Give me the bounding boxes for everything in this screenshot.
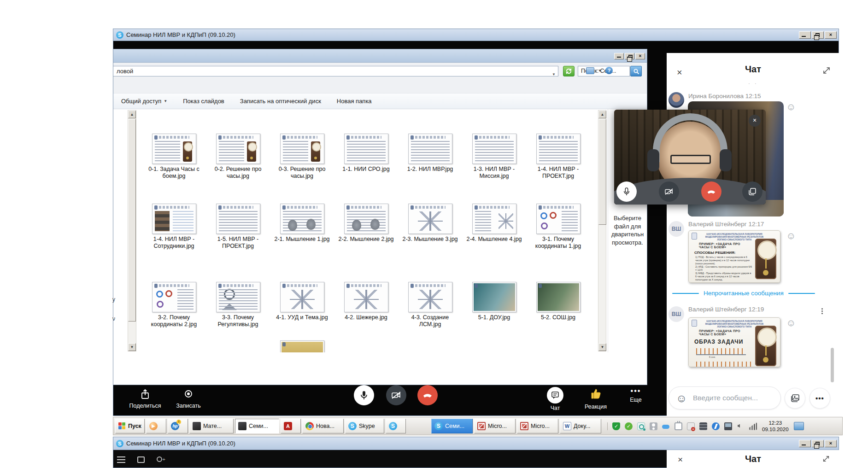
file-thumbnail[interactable] (408, 204, 452, 234)
display-tray-icon[interactable] (724, 422, 732, 430)
start-button[interactable]: Пуск (115, 419, 145, 433)
file-thumbnail[interactable] (280, 134, 324, 164)
file-item[interactable]: 4-3. Создание ЛСМ.jpg (398, 282, 462, 328)
video-mic-button[interactable] (616, 181, 637, 202)
shield-tray-icon[interactable]: ✓ (612, 422, 620, 430)
file-thumbnail[interactable] (280, 340, 324, 352)
file-item[interactable]: 1-5. НИЛ МВР - ПРОЕКТ.jpg (206, 204, 270, 250)
taskbar-button-pdf[interactable]: A (281, 419, 301, 433)
scroll-down-icon[interactable]: ▼ (598, 343, 606, 351)
taskbar-button-Семи[interactable]: SСеми... (431, 419, 473, 433)
command-share[interactable]: Общий доступ▼ (121, 98, 167, 105)
taskbar-button-Micro[interactable]: Micro... (517, 419, 558, 433)
file-item[interactable]: 5-2. СОШ.jpg (526, 282, 590, 328)
files-scrollbar[interactable]: ▲ ▼ (598, 110, 606, 351)
file-item[interactable]: 1-4. НИЛ МВР - Сотрудники.jpg (142, 204, 206, 250)
message-input[interactable]: ☺ Введите сообщен... (669, 386, 781, 410)
file-item[interactable]: 3-1. Почему координаты 1.jpg (526, 204, 590, 250)
file-thumbnail[interactable] (216, 282, 260, 312)
search-button[interactable] (630, 66, 642, 76)
file-item[interactable]: 1-4. НИЛ МВР - ПРОЕКТ.jpg (526, 134, 590, 180)
person-tray-icon[interactable] (650, 422, 657, 430)
file-thumbnail[interactable] (472, 282, 516, 312)
file-item[interactable]: 3-3. Почему Регулятивы.jpg (206, 282, 270, 328)
microphone-button[interactable] (354, 385, 374, 405)
file-item[interactable]: 5-1. ДОУ.jpg (462, 282, 526, 328)
plug-tray-icon[interactable] (674, 422, 682, 430)
add-participant-icon[interactable] (157, 456, 162, 462)
message-menu-icon[interactable] (819, 307, 825, 316)
file-item[interactable]: 1-3. НИЛ МВР - Миссия.jpg (462, 134, 526, 180)
help-icon[interactable]: ? (605, 67, 613, 74)
taskbar-button-skype[interactable]: S (386, 419, 406, 433)
file-item[interactable]: 0-2. Решение про часы.jpg (206, 134, 270, 180)
video-hangup-button[interactable] (701, 181, 721, 202)
share-button[interactable]: Поделиться (129, 389, 161, 409)
minimize-button[interactable] (799, 440, 811, 447)
fullscreen-icon[interactable] (137, 456, 145, 463)
taskbar-button-Мате[interactable]: Мате... (189, 419, 234, 433)
explorer-close-button[interactable]: × (635, 53, 645, 59)
file-thumbnail[interactable] (152, 282, 196, 312)
file-item[interactable]: 2-2. Мышление 2.jpg (334, 204, 398, 250)
taskbar-button-wmp[interactable]: ▶ (146, 419, 166, 433)
refresh-button[interactable] (563, 66, 575, 76)
check-tray-icon[interactable]: ✓ (625, 422, 633, 430)
video-flip-button[interactable] (742, 181, 762, 202)
message-image-slide[interactable]: НАУЧНО-ИССЛЕДОВАТЕЛЬСКАЯ ЛАБОРАТОРИЯ МОД… (688, 230, 780, 283)
navigation-scrollbar[interactable]: ▲ ▼ (128, 110, 136, 351)
chat-more-button[interactable]: ••• (809, 388, 830, 409)
emoji-picker-icon[interactable]: ☺ (676, 392, 687, 405)
file-thumbnail[interactable] (536, 282, 581, 312)
file-thumbnail[interactable] (344, 204, 388, 234)
video-close-icon[interactable]: × (749, 115, 761, 127)
scroll-down-icon[interactable]: ▼ (128, 343, 136, 351)
explorer-maximize-button[interactable] (625, 53, 634, 59)
file-thumbnail[interactable] (536, 134, 581, 164)
file-item[interactable]: 0-3. Решение про часы.jpg (270, 134, 334, 180)
avatar[interactable] (669, 92, 684, 108)
file-thumbnail[interactable] (536, 204, 581, 234)
file-thumbnail[interactable] (216, 204, 260, 234)
close-button[interactable]: × (825, 440, 837, 447)
file-item[interactable]: 2-3. Мышление 3.jpg (398, 204, 462, 250)
chat-expand-icon[interactable] (822, 66, 831, 77)
taskbar-button-Семи[interactable]: Семи... (235, 419, 279, 433)
taskbar-clock[interactable]: 12:23 09.10.2020 (762, 420, 789, 433)
command-burn[interactable]: Записать на оптический диск (240, 98, 321, 105)
file-item[interactable]: 1-1. НИИ СРО.jpg (334, 134, 398, 180)
server-tray-icon[interactable] (699, 422, 707, 430)
hangup-button[interactable] (417, 385, 438, 405)
restore-button[interactable] (812, 31, 824, 39)
scrollbar-thumb[interactable] (598, 119, 606, 225)
taskbar-button-Skype[interactable]: SSkype (345, 419, 384, 433)
avatar[interactable]: ВШ (669, 306, 684, 322)
address-dropdown-icon[interactable]: ▼ (552, 70, 556, 79)
camera-off-button[interactable] (386, 385, 406, 405)
address-bar[interactable]: ловой ▼ (113, 66, 558, 76)
message-image-slide[interactable]: НАУЧНО-ИССЛЕДОВАТЕЛЬСКАЯ ЛАБОРАТОРИЯ МОД… (688, 317, 780, 367)
signal-tray-icon[interactable] (749, 422, 757, 430)
video-camera-button[interactable] (659, 181, 679, 202)
more-button[interactable]: ••• Еще (622, 387, 650, 403)
reaction-button[interactable]: Реакция (580, 387, 612, 410)
file-item[interactable]: 3-2. Почему координаты 2.jpg (142, 282, 206, 328)
taskbar-button-Нова[interactable]: Нова... (302, 419, 344, 433)
taskbar-button-hp[interactable]: hp! (168, 419, 188, 433)
taskbar-button-Micro[interactable]: Micro... (474, 419, 516, 433)
record-button[interactable]: Записать (174, 389, 203, 409)
file-thumbnail[interactable] (408, 134, 452, 164)
file-thumbnail[interactable] (280, 204, 324, 234)
chat-button[interactable]: Чат (541, 387, 569, 411)
command-slideshow[interactable]: Показ слайдов (183, 98, 224, 105)
flag-tray-icon[interactable] (687, 422, 695, 430)
file-thumbnail[interactable] (344, 134, 388, 164)
reaction-smiley-icon[interactable]: ☺ (786, 102, 797, 113)
scrollbar-thumb[interactable] (128, 119, 136, 322)
speaker-tray-icon[interactable] (737, 422, 745, 430)
taskbar-button-Доку[interactable]: WДоку... (560, 419, 601, 433)
key-tray-icon[interactable] (637, 422, 645, 430)
chat-expand-icon[interactable] (822, 455, 830, 465)
views-icon[interactable] (586, 67, 594, 74)
file-thumbnail[interactable] (408, 282, 452, 312)
